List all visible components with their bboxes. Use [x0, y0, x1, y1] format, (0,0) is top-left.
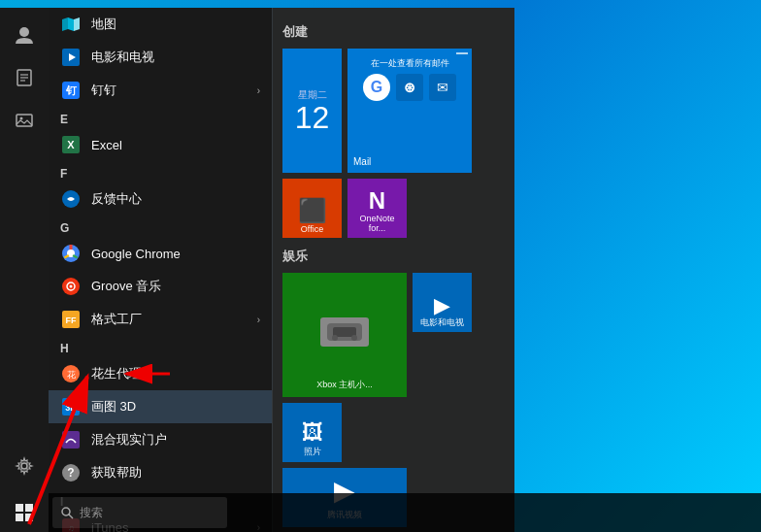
xbox-tile-label: Xbox 主机小...	[316, 379, 373, 391]
app-item-map-label: 地图	[91, 16, 116, 33]
mail-label: Mail	[353, 156, 371, 167]
tiles-row-3: Xbox 主机小... ▶ 电影和电视 🖼 照片	[282, 273, 505, 462]
svg-line-43	[69, 515, 73, 518]
photos-tile-label: 照片	[304, 446, 321, 458]
app-item-help[interactable]: ? 获取帮助	[49, 456, 272, 489]
movies-tile-label: 电影和电视	[420, 318, 464, 328]
search-placeholder: 搜索	[80, 505, 103, 521]
mail-envelope-icon: ✉	[429, 74, 456, 101]
svg-rect-39	[25, 504, 33, 512]
app-item-chrome[interactable]: Google Chrome	[49, 237, 272, 270]
tiles-row-1: 星期二 12 在一处查看所有邮件 G ⊛ ✉ Mail	[282, 49, 505, 173]
format-chevron: ›	[257, 315, 260, 325]
feedback-app-icon	[60, 188, 82, 210]
svg-rect-5	[17, 115, 32, 126]
svg-point-42	[62, 508, 70, 515]
app-item-movies-label: 电影和电视	[91, 49, 154, 66]
section-label-g: G	[49, 216, 272, 237]
tile-calendar[interactable]: 星期二 12	[282, 49, 342, 173]
mail-icons: G ⊛ ✉	[363, 74, 456, 101]
svg-rect-38	[16, 504, 23, 512]
help-app-icon: ?	[60, 462, 82, 483]
onenote-tile-label: OneNote for...	[351, 215, 403, 234]
app-item-mr[interactable]: 混合现实门户	[49, 423, 272, 456]
huasheng-app-icon: 花	[60, 363, 82, 384]
app-item-dingding-label: 钉钉	[91, 82, 116, 99]
app-item-chrome-label: Google Chrome	[91, 247, 181, 261]
svg-text:钉: 钉	[65, 84, 78, 96]
svg-point-33	[332, 335, 338, 341]
svg-rect-41	[25, 514, 33, 521]
documents-sidebar-icon[interactable]	[5, 58, 44, 97]
mail-outlook-icon: ⊛	[396, 74, 423, 101]
calendar-date-label: 12	[295, 102, 330, 133]
mail-top-text: 在一处查看所有邮件	[367, 54, 453, 70]
tiles-area: 创建 星期二 12 在一处查看所有邮件 G ⊛ ✉	[273, 8, 514, 532]
svg-text:3D: 3D	[65, 403, 77, 413]
section-label-f: F	[49, 161, 272, 183]
settings-sidebar-icon[interactable]	[5, 447, 44, 485]
paint3d-app-icon: 3D	[60, 396, 82, 417]
app-item-huasheng[interactable]: 花 花生代理	[49, 357, 272, 390]
groove-app-icon	[60, 276, 82, 297]
app-item-format[interactable]: FF 格式工厂 ›	[49, 303, 272, 336]
app-item-movies[interactable]: 电影和电视	[49, 41, 272, 74]
svg-point-19	[70, 285, 73, 288]
section-label-h: H	[49, 336, 272, 357]
app-item-dingding[interactable]: 钉 钉钉 ›	[49, 74, 272, 107]
svg-text:FF: FF	[66, 316, 77, 325]
dingding-chevron: ›	[257, 85, 260, 96]
svg-point-6	[20, 117, 23, 120]
start-button[interactable]	[0, 493, 49, 532]
svg-point-7	[21, 463, 27, 469]
excel-app-icon: X	[60, 134, 82, 155]
office-tile-icon: ⬛	[298, 199, 327, 222]
chrome-app-icon	[60, 243, 82, 264]
photos-tile-icon: 🖼	[302, 420, 323, 446]
taskbar: 搜索	[0, 493, 761, 532]
app-item-format-label: 格式工厂	[91, 311, 142, 328]
tiles-section-yule: 娱乐	[282, 248, 505, 265]
tiles-row-2: ⬛ Office N OneNote for...	[282, 179, 505, 238]
office-tile-label: Office	[301, 224, 323, 234]
tile-photos[interactable]: 🖼 照片	[282, 403, 342, 462]
mail-google-icon: G	[363, 74, 390, 101]
app-item-huasheng-label: 花生代理	[91, 365, 142, 382]
dingding-app-icon: 钉	[60, 80, 82, 101]
user-avatar[interactable]	[5, 16, 44, 54]
tile-office[interactable]: ⬛ Office	[282, 179, 342, 238]
taskbar-search[interactable]: 搜索	[52, 497, 227, 528]
svg-text:?: ?	[67, 466, 74, 480]
map-app-icon	[60, 14, 82, 35]
app-item-paint3d-label: 画图 3D	[91, 398, 136, 416]
tile-onenote[interactable]: N OneNote for...	[347, 179, 407, 238]
tile-movies-ent[interactable]: ▶ 电影和电视	[413, 273, 472, 332]
movies-tile-icon: ▶	[434, 293, 450, 318]
app-item-groove-label: Groove 音乐	[91, 278, 161, 295]
tile-mail[interactable]: 在一处查看所有邮件 G ⊛ ✉ Mail	[347, 49, 472, 173]
tiles-section-chuangjian: 创建	[282, 23, 505, 41]
svg-rect-40	[16, 514, 23, 521]
app-item-paint3d[interactable]: 3D 画图 3D	[49, 390, 272, 423]
app-item-help-label: 获取帮助	[91, 464, 142, 482]
app-item-groove[interactable]: Groove 音乐	[49, 270, 272, 303]
desktop: 地图 电影和电视 钉 钉钉 › E X Excel	[0, 0, 761, 532]
svg-text:花: 花	[67, 370, 76, 380]
section-label-e: E	[49, 107, 272, 128]
app-item-map[interactable]: 地图	[49, 8, 272, 41]
pictures-sidebar-icon[interactable]	[5, 101, 44, 140]
movies-app-icon	[60, 47, 82, 68]
mr-app-icon	[60, 429, 82, 450]
app-item-excel[interactable]: X Excel	[49, 128, 272, 161]
tile-xbox[interactable]: Xbox 主机小...	[282, 273, 407, 397]
onenote-tile-icon: N	[369, 189, 385, 213]
app-list: 地图 电影和电视 钉 钉钉 › E X Excel	[49, 8, 272, 532]
xbox-console-icon	[320, 317, 369, 347]
mail-tile-minimize	[456, 52, 468, 54]
svg-point-34	[351, 335, 357, 341]
format-app-icon: FF	[60, 309, 82, 330]
start-sidebar	[0, 8, 49, 532]
svg-text:X: X	[67, 139, 75, 150]
app-item-feedback[interactable]: 反馈中心	[49, 183, 272, 216]
svg-point-0	[19, 27, 29, 37]
